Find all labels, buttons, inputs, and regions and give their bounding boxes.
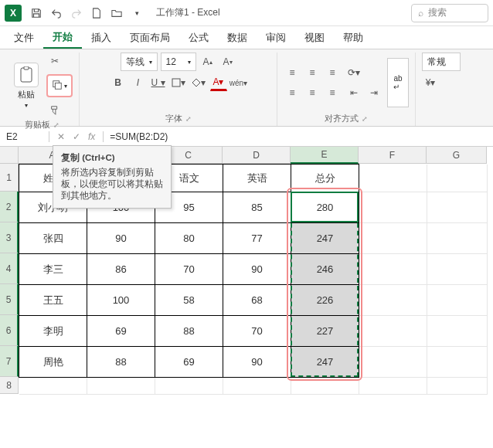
row-header[interactable]: 7 [0, 346, 19, 377]
phonetic-button[interactable]: wén▾ [230, 74, 247, 91]
align-bottom-icon[interactable]: ≡ [324, 64, 341, 81]
tab-page-layout[interactable]: 页面布局 [121, 26, 179, 49]
column-header[interactable]: D [223, 147, 291, 164]
italic-button[interactable]: I [130, 74, 147, 91]
cell[interactable] [427, 347, 488, 378]
cell[interactable]: 总分 [291, 165, 359, 192]
row-header[interactable]: 1 [0, 164, 19, 192]
cell[interactable]: 88 [87, 347, 155, 378]
tab-formulas[interactable]: 公式 [179, 26, 218, 49]
cell[interactable]: 280 [291, 192, 359, 223]
row-header[interactable]: 5 [0, 284, 19, 315]
column-header[interactable]: G [427, 147, 487, 164]
cell[interactable]: 69 [87, 316, 155, 347]
cell[interactable] [427, 254, 488, 285]
decrease-font-icon[interactable]: A▾ [219, 53, 236, 70]
dialog-launcher-icon[interactable]: ⤢ [185, 115, 192, 123]
column-header[interactable]: E [291, 147, 359, 164]
align-center-icon[interactable]: ≡ [304, 84, 321, 101]
cell[interactable]: 王五 [19, 285, 87, 316]
cell[interactable] [359, 192, 427, 223]
cell[interactable]: 70 [223, 316, 291, 347]
cell[interactable] [427, 223, 488, 254]
new-file-icon[interactable] [87, 3, 107, 23]
indent-increase-icon[interactable]: ⇥ [366, 84, 382, 101]
row-header[interactable]: 2 [0, 192, 19, 222]
tab-view[interactable]: 视图 [295, 26, 334, 49]
dialog-launcher-icon[interactable]: ⤢ [53, 121, 60, 129]
wrap-text-button[interactable]: ab↵ [387, 58, 409, 107]
format-painter-button[interactable] [46, 102, 63, 119]
align-left-icon[interactable]: ≡ [284, 84, 301, 101]
font-name-combo[interactable]: 等线▾ [121, 53, 158, 71]
cell[interactable]: 90 [223, 254, 291, 285]
cell[interactable] [359, 378, 427, 395]
open-folder-icon[interactable] [107, 3, 127, 23]
paste-button[interactable]: 粘贴 ▾ [11, 61, 42, 110]
row-header[interactable]: 8 [0, 377, 19, 394]
cell[interactable]: 90 [87, 223, 155, 254]
cell[interactable]: 226 [291, 285, 359, 316]
cell[interactable] [427, 285, 488, 316]
fill-color-button[interactable]: ▾ [190, 74, 207, 91]
cell[interactable]: 英语 [223, 165, 291, 192]
cell[interactable] [291, 378, 359, 395]
tab-insert[interactable]: 插入 [82, 26, 121, 49]
row-header[interactable]: 4 [0, 253, 19, 284]
currency-icon[interactable]: ¥▾ [422, 74, 439, 91]
underline-button[interactable]: U ▾ [150, 74, 167, 91]
number-format-combo[interactable]: 常规 [422, 53, 461, 71]
tab-help[interactable]: 帮助 [334, 26, 372, 49]
column-header[interactable]: F [359, 147, 427, 164]
bold-button[interactable]: B [110, 74, 127, 91]
tab-data[interactable]: 数据 [218, 26, 257, 49]
cell[interactable] [359, 347, 427, 378]
cell[interactable] [359, 223, 427, 254]
align-middle-icon[interactable]: ≡ [304, 64, 321, 81]
cell[interactable]: 247 [291, 223, 359, 254]
cell[interactable]: 247 [291, 347, 359, 378]
undo-icon[interactable] [46, 3, 66, 23]
orientation-icon[interactable]: ⟳▾ [345, 64, 362, 81]
align-top-icon[interactable]: ≡ [284, 64, 301, 81]
cell[interactable]: 227 [291, 316, 359, 347]
cell[interactable] [155, 378, 223, 395]
cell[interactable]: 85 [223, 192, 291, 223]
cell[interactable]: 68 [223, 285, 291, 316]
search-box[interactable]: ⌕ 搜索 [411, 4, 488, 22]
cell[interactable]: 80 [155, 223, 223, 254]
cell[interactable] [359, 285, 427, 316]
tab-review[interactable]: 审阅 [257, 26, 295, 49]
cut-button[interactable]: ✂ [46, 53, 63, 70]
cell[interactable]: 86 [87, 254, 155, 285]
dialog-launcher-icon[interactable]: ⤢ [362, 115, 368, 123]
fx-icon[interactable]: fx [88, 131, 95, 142]
enter-formula-icon[interactable]: ✓ [73, 131, 80, 142]
cell[interactable] [427, 316, 488, 347]
cell[interactable]: 100 [87, 285, 155, 316]
copy-button[interactable]: ▾ [46, 74, 73, 97]
row-header[interactable]: 3 [0, 222, 19, 253]
border-button[interactable]: ▾ [170, 74, 187, 91]
select-all-corner[interactable] [0, 147, 19, 164]
font-size-combo[interactable]: 12▾ [161, 53, 196, 71]
cell[interactable]: 88 [155, 316, 223, 347]
indent-decrease-icon[interactable]: ⇤ [345, 84, 362, 101]
cell[interactable]: 90 [223, 347, 291, 378]
cell[interactable] [427, 165, 488, 192]
cell[interactable]: 246 [291, 254, 359, 285]
cell[interactable]: 69 [155, 347, 223, 378]
cell[interactable] [359, 316, 427, 347]
cell[interactable] [19, 378, 87, 395]
increase-font-icon[interactable]: A▴ [199, 53, 216, 70]
qat-more-icon[interactable]: ▾ [127, 3, 147, 23]
font-color-button[interactable]: A▾ [210, 74, 227, 91]
tab-file[interactable]: 文件 [5, 26, 43, 49]
cell[interactable]: 张四 [19, 223, 87, 254]
cell[interactable] [359, 254, 427, 285]
cancel-formula-icon[interactable]: ✕ [57, 131, 65, 142]
cell[interactable] [87, 378, 155, 395]
cell[interactable] [223, 378, 291, 395]
redo-icon[interactable] [66, 3, 87, 23]
cell[interactable]: 58 [155, 285, 223, 316]
